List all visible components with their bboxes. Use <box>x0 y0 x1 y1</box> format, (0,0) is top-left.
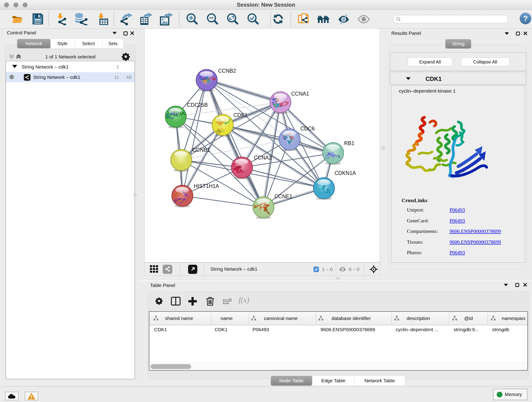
svg-text:CCNA2: CCNA2 <box>254 155 272 161</box>
svg-text:CDC25B: CDC25B <box>187 102 208 108</box>
svg-text:CDC6: CDC6 <box>300 126 315 132</box>
svg-text:CCNB2: CCNB2 <box>218 68 236 74</box>
svg-text:CCNA1: CCNA1 <box>291 91 309 97</box>
svg-text:CCNE1: CCNE1 <box>274 193 292 199</box>
svg-text:CCNB1: CCNB1 <box>192 147 210 153</box>
svg-text:CDKN1A: CDKN1A <box>335 170 356 176</box>
svg-text:CDK1: CDK1 <box>234 112 247 118</box>
svg-text:HIST1H1A: HIST1H1A <box>194 183 219 189</box>
svg-text:RB1: RB1 <box>344 140 355 146</box>
